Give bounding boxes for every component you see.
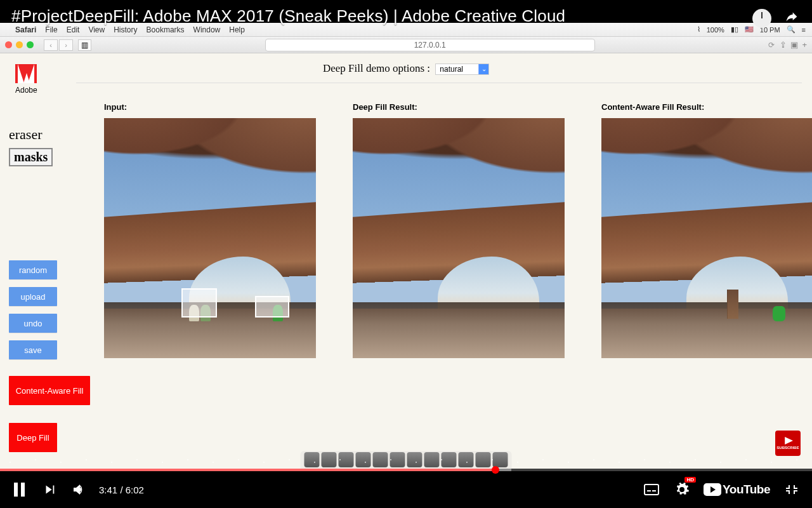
letterbox-band <box>0 456 812 469</box>
options-dropdown[interactable]: natural ⌄ <box>435 64 489 75</box>
input-title: Input: <box>104 102 316 112</box>
svg-rect-1 <box>645 485 658 494</box>
traffic-lights[interactable] <box>5 41 34 48</box>
menubar-file[interactable]: File <box>45 25 57 34</box>
youtube-video-title: #ProjectDeepFill: Adobe MAX 2017 (Sneak … <box>11 6 565 26</box>
youtube-logo-text: YouTube <box>723 483 770 497</box>
mask-region-2[interactable] <box>255 296 289 318</box>
caf-image <box>601 118 812 358</box>
menubar-bookmarks[interactable]: Bookmarks <box>147 25 185 34</box>
share-safari-icon[interactable]: ⇪ <box>780 40 787 50</box>
menubar-edit[interactable]: Edit <box>67 25 80 34</box>
next-button[interactable] <box>41 481 58 498</box>
chevron-down-icon: ⌄ <box>478 64 488 74</box>
menubar-view[interactable]: View <box>88 25 105 34</box>
current-time: 3:41 <box>99 485 117 495</box>
hd-badge: HD <box>684 477 696 483</box>
youtube-top-icons <box>752 9 801 28</box>
youtube-controls: 3:41 / 6:02 HD YouTube <box>0 471 812 508</box>
upload-button[interactable]: upload <box>9 287 57 306</box>
battery-label: 100% <box>707 26 724 34</box>
adobe-label: Adobe <box>15 86 37 95</box>
sidebar: Adobe eraser masks random upload undo sa… <box>0 83 95 452</box>
sidebar-toggle-icon[interactable]: ▥ <box>78 39 91 51</box>
volume-button[interactable] <box>70 481 88 498</box>
play-icon <box>783 437 793 444</box>
adobe-logo-icon <box>15 64 37 83</box>
menubar-app[interactable]: Safari <box>15 25 36 34</box>
share-icon[interactable] <box>783 10 801 27</box>
caf-panel: Content-Aware Fill Result: <box>601 102 812 452</box>
web-page: Deep Fill demo options : natural ⌄ Adobe… <box>0 53 812 469</box>
captions-button[interactable] <box>643 481 660 498</box>
options-label: Deep Fill demo options : <box>323 62 430 74</box>
new-tab-icon[interactable]: + <box>802 40 807 50</box>
input-image[interactable] <box>104 118 316 358</box>
dropdown-value: natural <box>436 65 478 74</box>
battery-icon: ▮▯ <box>731 25 738 34</box>
adobe-logo-block: Adobe <box>15 64 37 95</box>
wifi-icon[interactable]: ⌇ <box>697 25 700 34</box>
url-bar[interactable]: 127.0.0.1 <box>265 39 595 51</box>
minimize-window-icon[interactable] <box>16 41 23 48</box>
menubar-window[interactable]: Window <box>193 25 221 34</box>
reload-icon[interactable]: ⟳ <box>768 41 775 50</box>
tabs-icon[interactable]: ▣ <box>790 40 798 50</box>
subscribe-badge[interactable]: SUBSCRIBE <box>775 431 801 456</box>
eraser-tool[interactable]: eraser <box>9 126 43 143</box>
time-display: 3:41 / 6:02 <box>99 485 144 495</box>
svg-rect-2 <box>647 490 651 491</box>
svg-rect-3 <box>652 490 656 491</box>
content-aware-fill-button[interactable]: Content-Aware Fill <box>9 376 90 405</box>
deepfill-title: Deep Fill Result: <box>353 102 565 112</box>
deepfill-panel: Deep Fill Result: <box>353 102 565 452</box>
duration: 6:02 <box>126 485 144 495</box>
youtube-logo[interactable]: YouTube <box>704 483 770 497</box>
masks-tool-button[interactable]: masks <box>9 148 53 166</box>
caf-title: Content-Aware Fill Result: <box>601 102 812 112</box>
watch-later-icon[interactable] <box>752 9 771 28</box>
input-panel: Input: <box>104 102 316 452</box>
menu-extras-icon[interactable]: ≡ <box>802 26 806 34</box>
captured-desktop: Safari File Edit View History Bookmarks … <box>0 23 812 469</box>
zoom-window-icon[interactable] <box>27 41 34 48</box>
close-window-icon[interactable] <box>5 41 12 48</box>
random-button[interactable]: random <box>9 260 57 279</box>
menubar-history[interactable]: History <box>114 25 137 34</box>
pause-button[interactable] <box>11 481 29 498</box>
safari-toolbar: ‹ › ▥ 127.0.0.1 ⟳ ⇪ ▣ + <box>0 37 812 53</box>
back-button[interactable]: ‹ <box>44 39 58 51</box>
menubar-help[interactable]: Help <box>229 25 245 34</box>
deep-fill-button[interactable]: Deep Fill <box>9 423 57 452</box>
settings-button[interactable]: HD <box>673 481 691 498</box>
mask-region-1[interactable] <box>181 288 217 318</box>
save-button[interactable]: save <box>9 340 57 359</box>
undo-button[interactable]: undo <box>9 314 57 333</box>
deepfill-image <box>353 118 565 358</box>
time-separator: / <box>120 485 125 495</box>
forward-button[interactable]: › <box>59 39 73 51</box>
exit-fullscreen-button[interactable] <box>783 481 801 498</box>
subscribe-label: SUBSCRIBE <box>776 446 799 450</box>
